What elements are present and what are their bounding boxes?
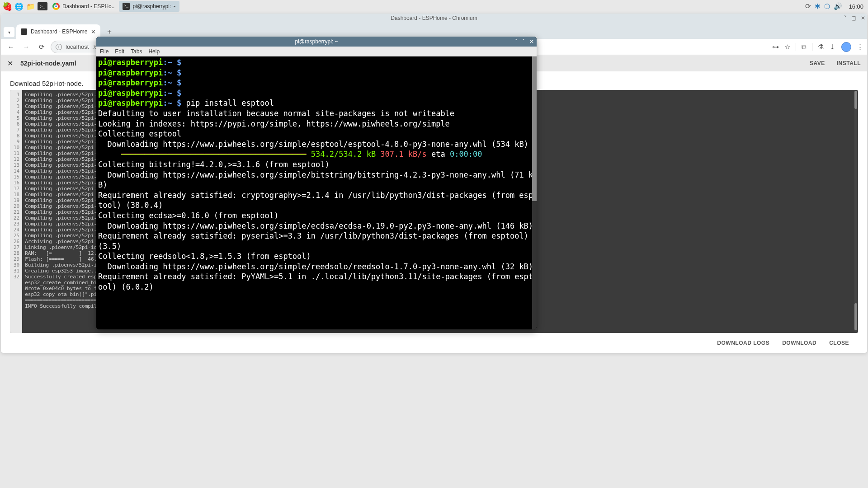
minimize-icon[interactable]: ˅	[844, 15, 847, 21]
files-launcher-icon[interactable]: 📁	[25, 1, 36, 12]
close-editor-button[interactable]: ✕	[7, 59, 13, 68]
volume-icon[interactable]: 🔊	[834, 2, 842, 10]
site-info-icon[interactable]: i	[56, 44, 62, 50]
labs-icon[interactable]: ⚗	[818, 43, 824, 51]
reload-button[interactable]: ⟳	[35, 41, 48, 53]
back-button[interactable]: ←	[5, 41, 17, 53]
chrome-icon	[52, 3, 60, 10]
menu-tabs[interactable]: Tabs	[131, 48, 142, 55]
window-title: Dashboard - ESPHome - Chromium	[391, 15, 477, 21]
scrollbar[interactable]	[854, 91, 857, 332]
wifi-icon[interactable]: ⬡	[824, 2, 830, 10]
scroll-thumb[interactable]	[532, 56, 537, 201]
terminal-output[interactable]: pi@raspberrypi:~ $ pi@raspberrypi:~ $ pi…	[96, 56, 537, 329]
terminal-window: pi@raspberrypi: ~ ˅ ˄ ✕ File Edit Tabs H…	[96, 37, 537, 329]
taskbar-app-terminal[interactable]: pi@raspberrypi: ~	[119, 1, 179, 12]
menu-file[interactable]: File	[100, 48, 108, 55]
app-menu-icon[interactable]: ⋮	[857, 43, 863, 51]
window-titlebar[interactable]: Dashboard - ESPHome - Chromium ˅ ▢ ✕	[1, 14, 867, 23]
bluetooth-icon[interactable]: ✱	[815, 2, 821, 10]
search-tabs-button[interactable]: ▾	[4, 27, 14, 37]
minimize-icon[interactable]: ˅	[515, 38, 518, 45]
terminal-menubar: File Edit Tabs Help	[96, 47, 537, 56]
close-icon[interactable]: ✕	[861, 15, 865, 21]
taskbar-label: pi@raspberrypi: ~	[132, 3, 175, 9]
dialog-footer: DOWNLOAD LOGS DOWNLOAD CLOSE	[10, 333, 858, 353]
install-button[interactable]: INSTALL	[837, 60, 861, 66]
panel-tray: ⟳ ✱ ⬡ 🔊 16:00	[805, 2, 866, 10]
new-tab-button[interactable]: ＋	[103, 25, 116, 38]
downloads-icon[interactable]: ⭳	[829, 43, 836, 51]
terminal-titlebar[interactable]: pi@raspberrypi: ~ ˅ ˄ ✕	[96, 37, 537, 47]
extensions-icon[interactable]: ⧉	[802, 43, 807, 51]
terminal-launcher-icon[interactable]: >_	[37, 1, 48, 12]
scroll-thumb[interactable]	[854, 91, 857, 109]
taskbar-label: Dashboard - ESPHo..	[62, 3, 114, 9]
maximize-icon[interactable]: ▢	[851, 15, 856, 21]
download-button[interactable]: DOWNLOAD	[782, 340, 816, 346]
close-icon[interactable]: ✕	[529, 38, 534, 45]
updates-icon[interactable]: ⟳	[805, 2, 811, 10]
bookmark-icon[interactable]: ☆	[784, 43, 790, 51]
download-logs-button[interactable]: DOWNLOAD LOGS	[717, 340, 769, 346]
tab-title: Dashboard - ESPHome	[31, 28, 87, 35]
browser-tab[interactable]: Dashboard - ESPHome ✕	[16, 24, 100, 39]
clock[interactable]: 16:00	[846, 3, 866, 10]
window-controls: ˅ ▢ ✕	[844, 15, 865, 21]
terminal-title: pi@raspberrypi: ~	[295, 38, 338, 45]
close-button[interactable]: CLOSE	[829, 340, 849, 346]
taskbar-app-chromium[interactable]: Dashboard - ESPHo..	[49, 1, 118, 12]
menu-edit[interactable]: Edit	[115, 48, 124, 55]
save-button[interactable]: SAVE	[810, 60, 825, 66]
divider	[812, 43, 812, 51]
favicon-icon	[21, 28, 27, 35]
profile-avatar-icon[interactable]	[841, 42, 851, 52]
panel-launchers: 🍓 🌐 📁 >_ Dashboard - ESPHo.. pi@raspberr…	[2, 1, 179, 12]
toolbar-actions: ⊶ ☆ ⧉ ⚗ ⭳ ⋮	[772, 42, 863, 52]
line-gutter: 1234567891011121314151617181920212223242…	[10, 90, 22, 333]
password-icon[interactable]: ⊶	[772, 43, 779, 51]
build-log-text: Compiling .pioenvs/52pi-iCompiling .pioe…	[22, 90, 103, 333]
terminal-scrollbar[interactable]	[532, 56, 537, 329]
editor-filename: 52pi-iot-node.yaml	[20, 60, 76, 67]
scroll-thumb[interactable]	[854, 303, 857, 330]
tab-close-icon[interactable]: ✕	[91, 28, 96, 35]
divider	[796, 43, 796, 51]
url-host: localhost	[66, 43, 89, 50]
browser-launcher-icon[interactable]: 🌐	[14, 1, 24, 12]
raspberry-menu-icon[interactable]: 🍓	[2, 1, 13, 12]
terminal-icon	[123, 3, 130, 10]
maximize-icon[interactable]: ˄	[522, 38, 525, 45]
menu-help[interactable]: Help	[148, 48, 160, 55]
forward-button[interactable]: →	[20, 41, 33, 53]
os-panel: 🍓 🌐 📁 >_ Dashboard - ESPHo.. pi@raspberr…	[0, 0, 868, 13]
